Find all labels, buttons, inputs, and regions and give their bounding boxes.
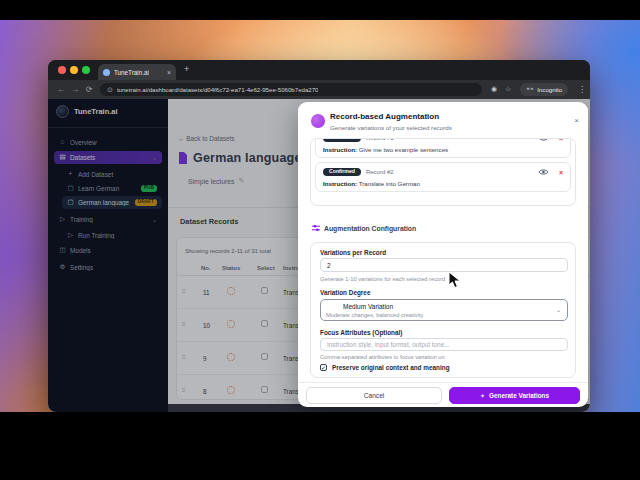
sparkle-icon: ✦ [480, 392, 485, 399]
tab-favicon [103, 69, 110, 76]
variations-help: Generate 1-10 variations for each select… [320, 276, 445, 282]
letterbox-bottom [0, 412, 640, 480]
view-record-icon[interactable] [538, 168, 549, 176]
preserve-checkbox[interactable]: ✓ [320, 364, 327, 371]
config-form: Variations per Record Generate 1-10 vari… [310, 242, 576, 378]
remove-record-icon[interactable]: × [559, 169, 563, 176]
site-info-icon[interactable]: ⊙ [107, 86, 113, 93]
confirmed-badge: Confirmed [323, 168, 361, 176]
modal-title: Record-based Augmentation [330, 112, 439, 121]
variation-degree-select[interactable]: Medium Variation Moderate changes, balan… [320, 299, 568, 321]
confirmed-badge: Confirmed [323, 138, 361, 142]
incognito-icon: 👓 [526, 86, 534, 93]
forward-icon[interactable]: → [68, 86, 82, 94]
incognito-badge: 👓 Incognito [520, 83, 568, 96]
modal-footer: Cancel ✦ Generate Variations [298, 382, 588, 407]
menu-kebab-icon[interactable]: ⋮ [578, 85, 586, 94]
zoom-window-button[interactable] [82, 66, 90, 74]
bookmark-icon[interactable]: ☆ [505, 85, 511, 93]
browser-toolbar: ← → ⟳ ⊙ tunetrain.ai/dashboard/datasets/… [48, 80, 590, 99]
preview-extension-icon[interactable]: ◉ [491, 85, 497, 93]
tab-close-icon[interactable]: × [167, 69, 171, 76]
record-card: Confirmed Record #2 × Instruction: Trans… [315, 162, 571, 192]
augmentation-icon [311, 114, 325, 128]
modal-subtitle: Generate variations of your selected rec… [330, 124, 452, 131]
url-bar[interactable]: ⊙ tunetrain.ai/dashboard/datasets/d04f6c… [100, 83, 482, 96]
record-card: Confirmed Record #1 × Instruction: Give … [315, 138, 571, 158]
selected-records-list[interactable]: Confirmed Record #1 × Instruction: Give … [310, 138, 576, 206]
browser-tabstrip: TuneTrain.ai × + [48, 60, 590, 80]
sliders-icon [312, 224, 320, 232]
cancel-button[interactable]: Cancel [306, 387, 442, 404]
back-icon[interactable]: ← [54, 86, 68, 94]
reload-icon[interactable]: ⟳ [82, 86, 96, 94]
chevron-down-icon: ⌄ [556, 306, 561, 313]
minimize-window-button[interactable] [70, 66, 78, 74]
letterbox-top [0, 0, 640, 20]
degree-label: Variation Degree [320, 289, 370, 296]
desktop-wallpaper: TuneTrain.ai × + ← → ⟳ ⊙ tunetrain.ai/da… [0, 20, 640, 412]
preserve-context-row[interactable]: ✓ Preserve original context and meaning [320, 364, 450, 371]
variations-label: Variations per Record [320, 249, 386, 256]
new-tab-button[interactable]: + [184, 65, 189, 74]
remove-record-icon[interactable]: × [559, 138, 563, 142]
close-icon[interactable]: × [574, 117, 579, 125]
view-record-icon[interactable] [538, 138, 549, 142]
page-content: TuneTrain.ai ⌂ Overview ▤ Datasets ⌄ + [48, 99, 590, 412]
incognito-label: Incognito [537, 86, 562, 93]
focus-label: Focus Attributes (Optional) [320, 329, 402, 336]
url-text: tunetrain.ai/dashboard/datasets/d04f6c72… [117, 86, 319, 93]
focus-help: Comma-separated attributes to focus vari… [320, 354, 445, 360]
browser-tab[interactable]: TuneTrain.ai × [98, 64, 176, 80]
screen: TuneTrain.ai × + ← → ⟳ ⊙ tunetrain.ai/da… [0, 0, 640, 480]
browser-window: TuneTrain.ai × + ← → ⟳ ⊙ tunetrain.ai/da… [48, 60, 590, 412]
tab-title: TuneTrain.ai [114, 69, 163, 76]
generate-variations-button[interactable]: ✦ Generate Variations [449, 387, 580, 404]
focus-attributes-input[interactable] [320, 338, 568, 351]
augmentation-modal: Record-based Augmentation Generate varia… [298, 102, 588, 407]
close-window-button[interactable] [58, 66, 66, 74]
variations-input[interactable] [320, 258, 568, 272]
config-section-header: Augmentation Configuration [312, 224, 416, 232]
mouse-cursor [448, 271, 462, 289]
